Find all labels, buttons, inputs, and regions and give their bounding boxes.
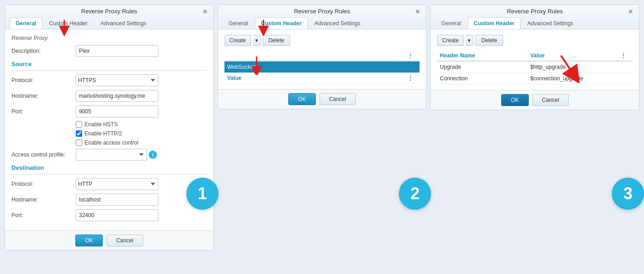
enable-http2-label: Enable HTTP/2	[84, 130, 122, 137]
access-control-profile-row: Access control profile: i	[11, 149, 207, 161]
panel-2-col-dots-header: ⋮	[408, 52, 417, 59]
panel-2-tab-general[interactable]: General	[223, 17, 254, 29]
panel-1-tabs: General Custom Header Advanced Settings	[10, 17, 209, 29]
panel-3-tab-advanced-settings[interactable]: Advanced Settings	[521, 17, 579, 29]
panel-1-cancel-button[interactable]: Cancel	[106, 235, 143, 246]
dest-port-label: Port:	[11, 212, 76, 218]
access-control-profile-select[interactable]	[76, 149, 147, 161]
access-control-profile-label: Access control profile:	[11, 151, 76, 158]
enable-access-control-checkbox[interactable]	[76, 140, 82, 146]
panel-3-toolbar: Create ▾ Delete	[437, 35, 633, 46]
panel-1-title: Reverse Proxy Rules	[17, 8, 202, 15]
panel-3-footer: OK Cancel	[431, 90, 639, 110]
enable-hsts-label: Enable HSTS	[84, 121, 118, 128]
panel-3-create-button[interactable]: Create	[437, 35, 464, 46]
panel-2-row-name: WebSocket	[227, 64, 318, 70]
panel-2-wrapper: Reverse Proxy Rules ✕ General Custom Hea…	[218, 5, 427, 269]
panel-3-table-header: Header Name Value ⋮	[437, 50, 633, 62]
panel-3-wrapper: Reverse Proxy Rules ✕ General Custom Hea…	[430, 5, 639, 269]
source-hostname-label: Hostname:	[11, 93, 76, 99]
panel-3-connection-row[interactable]: Connection $connection_upgrade	[437, 73, 633, 84]
panel-3-close-button[interactable]: ✕	[627, 8, 634, 15]
panel-3-tab-general[interactable]: General	[435, 17, 467, 29]
panel-3-upgrade-name: Upgrade	[440, 64, 530, 70]
panel-3-tabs: General Custom Header Advanced Settings	[435, 17, 634, 29]
dest-protocol-row: Protocol: HTTP HTTPS	[11, 178, 207, 190]
panel-3-col-dots-header: ⋮	[621, 52, 630, 59]
panel-1-wrapper: Reverse Proxy Rules ✕ General Custom Hea…	[5, 5, 214, 269]
dest-port-input[interactable]	[76, 209, 158, 221]
step-3-circle: 3	[612, 178, 644, 210]
dest-protocol-select[interactable]: HTTP HTTPS	[76, 178, 158, 190]
panel-3-create-arrow-button[interactable]: ▾	[465, 35, 473, 46]
panel-3-upgrade-row[interactable]: Upgrade $http_upgrade	[437, 62, 633, 73]
dest-hostname-row: Hostname:	[11, 194, 207, 206]
info-icon[interactable]: i	[149, 151, 157, 159]
panel-1-tab-advanced-settings[interactable]: Advanced Settings	[95, 17, 152, 29]
panel-1-header: Reverse Proxy Rules ✕ General Custom Hea…	[5, 5, 213, 29]
panel-1-body: Reverse Proxy Description: Source Protoc…	[5, 29, 213, 230]
panel-1: Reverse Proxy Rules ✕ General Custom Hea…	[5, 5, 214, 251]
panel-2-create-button[interactable]: Create	[224, 35, 251, 46]
enable-hsts-row: Enable HSTS	[76, 121, 207, 128]
source-port-label: Port:	[11, 108, 76, 115]
destination-section-label: Destination	[11, 164, 207, 171]
source-protocol-label: Protocol:	[11, 77, 76, 84]
dest-port-row: Port:	[11, 209, 207, 221]
panel-2-header: Reverse Proxy Rules ✕ General Custom Hea…	[218, 5, 426, 29]
panel-3-ok-button[interactable]: OK	[501, 94, 529, 106]
dest-hostname-input[interactable]	[76, 194, 158, 206]
panel-2-title-row: Reverse Proxy Rules ✕	[223, 8, 422, 15]
enable-hsts-checkbox[interactable]	[76, 121, 82, 128]
description-label: Description:	[11, 48, 76, 54]
source-protocol-row: Protocol: HTTPS HTTP	[11, 74, 207, 86]
panel-2-tab-advanced-settings[interactable]: Advanced Settings	[308, 17, 366, 29]
panel-2-ok-button[interactable]: OK	[288, 93, 316, 105]
panel-2-title: Reverse Proxy Rules	[230, 8, 414, 15]
panel-1-title-row: Reverse Proxy Rules ✕	[10, 8, 209, 15]
panel-1-close-button[interactable]: ✕	[202, 8, 209, 15]
dest-protocol-label: Protocol:	[11, 181, 76, 187]
panel-3-cancel-button[interactable]: Cancel	[532, 94, 569, 106]
arrow-2-custom-header	[252, 17, 275, 37]
step-2-circle: 2	[399, 178, 431, 210]
panel-3-title-row: Reverse Proxy Rules ✕	[435, 8, 634, 15]
panel-2-footer: OK Cancel	[218, 89, 426, 109]
arrow-2-websocket	[245, 54, 268, 76]
panel-1-tab-general[interactable]: General	[10, 17, 42, 29]
dest-hostname-label: Hostname:	[11, 196, 76, 203]
panel-3: Reverse Proxy Rules ✕ General Custom Hea…	[430, 5, 639, 110]
reverse-proxy-label-row: Reverse Proxy	[11, 35, 207, 41]
panel-3-title: Reverse Proxy Rules	[442, 8, 627, 15]
enable-http2-checkbox[interactable]	[76, 130, 82, 137]
step-1-circle: 1	[186, 178, 218, 210]
enable-http2-row: Enable HTTP/2	[76, 130, 207, 137]
source-port-row: Port:	[11, 106, 207, 117]
panel-1-footer: OK Cancel	[5, 230, 213, 250]
panel-2-close-button[interactable]: ✕	[414, 8, 421, 15]
source-hostname-input[interactable]	[76, 90, 158, 102]
panel-1-ok-button[interactable]: OK	[75, 235, 103, 246]
panel-3-header: Reverse Proxy Rules ✕ General Custom Hea…	[431, 5, 639, 29]
enable-access-control-label: Enable access control	[84, 140, 138, 146]
description-row: Description:	[11, 45, 207, 57]
panel-3-tab-custom-header[interactable]: Custom Header	[468, 17, 521, 29]
panel-2-col-value-header	[318, 52, 408, 59]
panel-3-col-name-header: Header Name	[440, 52, 530, 59]
panel-2-dots-col: ⋮	[408, 75, 417, 81]
source-hostname-row: Hostname:	[11, 90, 207, 102]
arrow-1-custom-header	[53, 17, 76, 37]
enable-access-control-row: Enable access control	[76, 140, 207, 146]
source-protocol-select[interactable]: HTTPS HTTP	[76, 74, 158, 86]
panel-3-delete-button[interactable]: Delete	[475, 35, 503, 46]
panel-2-col-name-header	[227, 52, 318, 59]
panel-2-cancel-button[interactable]: Cancel	[319, 93, 356, 105]
arrow-3-ok	[552, 51, 584, 84]
source-port-input[interactable]	[76, 106, 158, 117]
panel-3-connection-name: Connection	[440, 75, 530, 82]
source-section-label: Source	[11, 61, 207, 67]
panel-3-body: Create ▾ Delete Header Name Value ⋮ Upgr…	[431, 29, 639, 90]
description-input[interactable]	[76, 45, 158, 57]
